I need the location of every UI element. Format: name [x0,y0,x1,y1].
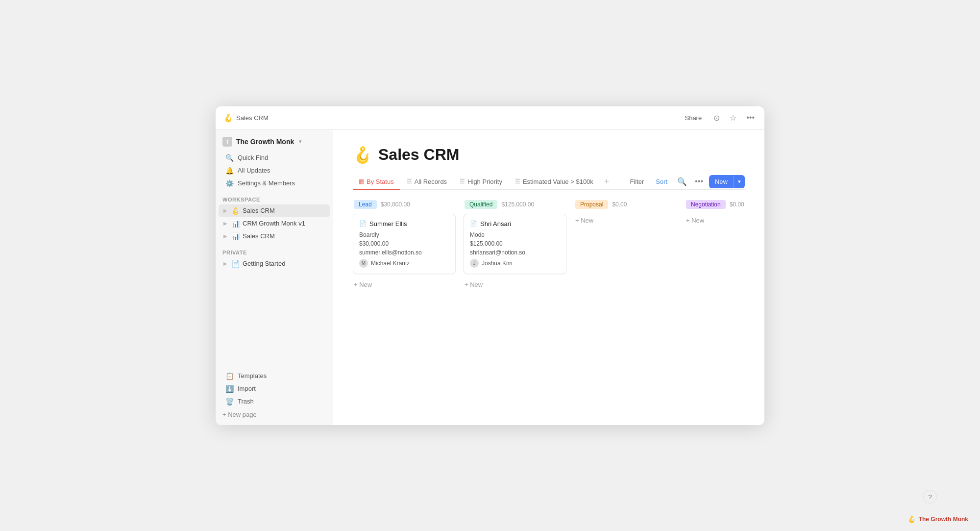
workspace-label: The Growth Monk [236,138,294,146]
help-button[interactable]: ? [923,490,937,504]
add-tab-button[interactable]: + [600,175,613,188]
sidebar-item-import[interactable]: ⬇️ Import [219,382,330,395]
card-name: Summer Ellis [369,220,407,228]
import-label: Import [238,385,256,392]
column-header-negotiation: Negotiation $0.00 [685,200,745,209]
sidebar-item-all-updates[interactable]: 🔔 All Updates [219,164,330,177]
settings-label: Settings & Members [238,179,295,187]
tab-actions: Filter Sort 🔍 ••• New ▾ [626,175,745,188]
sidebar-item-settings[interactable]: ⚙️ Settings & Members [219,177,330,190]
titlebar-page-name: Sales CRM [236,114,269,122]
more-button[interactable]: ••• [744,111,757,124]
tab-label-by-status: By Status [367,178,394,185]
column-header-lead: Lead $30,000.00 [353,200,456,209]
kanban-column-proposal: Proposal $0.00 + New [574,200,677,227]
assignee-avatar: J [470,259,479,268]
crm-growth-monk-label: CRM Growth Monk v1 [243,220,305,227]
tab-high-priority[interactable]: ☰ High Priority [454,174,508,190]
kanban-card-summer-ellis[interactable]: 📄 Summer Ellis Boardly $30,000.00 summer… [353,214,456,274]
tab-icon-high-priority: ☰ [460,178,465,185]
card-doc-icon: 📄 [470,220,477,227]
card-email: shriansari@notion.so [470,249,560,256]
card-company: Boardly [359,231,449,238]
filter-button[interactable]: Filter [626,176,648,187]
card-company: Mode [470,231,560,238]
workspace-name[interactable]: T The Growth Monk ▾ [216,134,333,152]
add-new-label: + New [354,281,372,288]
new-record-dropdown-icon[interactable]: ▾ [734,176,745,188]
column-amount-proposal: $0.00 [612,201,627,208]
titlebar-page-icon: 🪝 [223,113,233,123]
tab-all-records[interactable]: ☰ All Records [401,174,453,190]
tabs-row: ▦ By Status ☰ All Records ☰ High Priorit… [353,174,745,190]
column-amount-negotiation: $0.00 [730,201,744,208]
add-new-qualified[interactable]: + New [464,278,566,291]
tab-by-status[interactable]: ▦ By Status [353,174,400,190]
tab-icon-all-records: ☰ [407,178,412,185]
add-new-label: + New [686,217,704,224]
templates-icon: 📋 [225,372,234,380]
sidebar-item-quick-find[interactable]: 🔍 Quick Find [219,152,330,164]
import-icon: ⬇️ [225,385,234,393]
sidebar-item-sales-crm[interactable]: ▶ 🪝 Sales CRM [219,204,330,217]
expand-arrow-icon: ▶ [223,208,227,213]
new-record-button[interactable]: New ▾ [709,175,745,188]
card-assignee: M Michael Krantz [359,259,449,268]
sidebar-item-trash[interactable]: 🗑️ Trash [219,395,330,408]
column-header-qualified: Qualified $125,000.00 [464,200,566,209]
templates-label: Templates [238,372,267,379]
more-options-button[interactable]: ••• [693,175,705,188]
star-button[interactable]: ☆ [728,111,738,125]
kanban-column-negotiation: Negotiation $0.00 + New [685,200,745,227]
sort-button[interactable]: Sort [652,176,671,187]
footer-brand-icon: 🪝 [907,515,916,523]
main-layout: T The Growth Monk ▾ 🔍 Quick Find 🔔 All U… [216,130,764,425]
status-badge-negotiation: Negotiation [686,200,726,209]
workspace-chevron-icon: ▾ [299,139,301,144]
column-header-proposal: Proposal $0.00 [574,200,677,209]
add-new-label: + New [465,281,483,288]
assignee-avatar: M [359,259,368,268]
getting-started-label: Getting Started [243,260,285,267]
updates-icon: 🔔 [225,167,234,175]
assignee-name: Joshua Kim [482,260,513,267]
share-button[interactable]: Share [681,112,706,124]
tab-icon-estimated-value: ☰ [515,178,520,185]
footer-brand: 🪝 The Growth Monk [907,515,968,523]
add-new-negotiation[interactable]: + New [685,214,745,227]
expand-arrow-icon: ▶ [223,221,227,226]
expand-arrow-icon: ▶ [223,233,227,239]
new-page-label: + New page [222,411,257,418]
history-button[interactable]: ⊙ [711,111,722,125]
workspace-section-label: WORKSPACE [216,190,333,204]
tab-icon-by-status: ▦ [359,178,364,185]
page-title: Sales CRM [378,146,459,164]
assignee-name: Michael Krantz [371,260,410,267]
add-new-label: + New [575,217,593,224]
crm-growth-monk-icon: 📊 [231,220,240,228]
add-new-lead[interactable]: + New [353,278,456,291]
sidebar-item-templates[interactable]: 📋 Templates [219,370,330,382]
new-page-button[interactable]: + New page [216,408,333,421]
sidebar-item-crm-growth-monk[interactable]: ▶ 📊 CRM Growth Monk v1 [219,217,330,230]
trash-icon: 🗑️ [225,398,234,405]
card-title-shri-ansari: 📄 Shri Ansari [470,220,560,228]
search-button[interactable]: 🔍 [675,175,689,188]
sales-crm-2-label: Sales CRM [243,232,275,240]
new-record-label[interactable]: New [709,175,734,188]
workspace-avatar: T [222,137,232,147]
page-title-row: 🪝 Sales CRM [353,146,745,164]
all-updates-label: All Updates [238,167,270,174]
kanban-card-shri-ansari[interactable]: 📄 Shri Ansari Mode $125,000.00 shriansar… [464,214,566,274]
card-name: Shri Ansari [480,220,511,228]
sales-crm-label: Sales CRM [243,207,275,214]
tab-label-estimated-value: Estimated Value > $100k [523,178,593,185]
card-assignee: J Joshua Kim [470,259,560,268]
tab-estimated-value[interactable]: ☰ Estimated Value > $100k [509,174,599,190]
titlebar-right: Share ⊙ ☆ ••• [681,111,757,125]
add-new-proposal[interactable]: + New [574,214,677,227]
sidebar-item-getting-started[interactable]: ▶ 📄 Getting Started [219,257,330,270]
sidebar-item-sales-crm-2[interactable]: ▶ 📊 Sales CRM [219,230,330,243]
page-title-icon: 🪝 [353,146,372,164]
column-amount-lead: $30,000.00 [381,201,410,208]
